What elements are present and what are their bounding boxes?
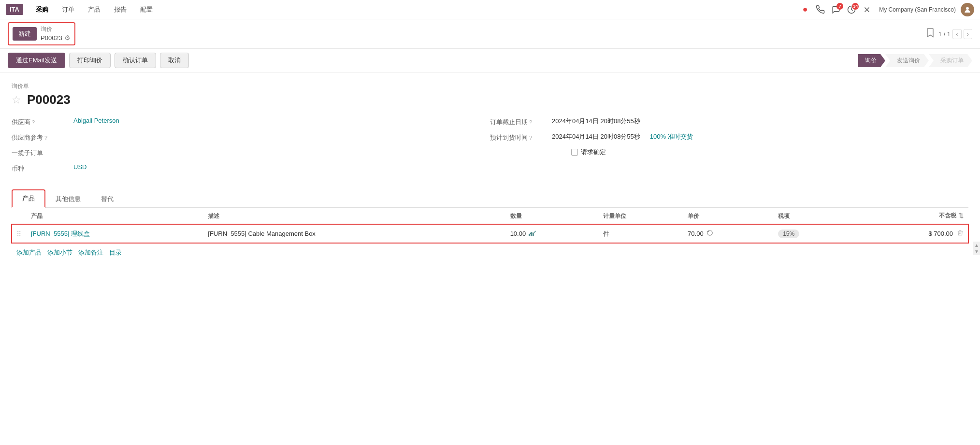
- breadcrumb-box: 新建 询价 P00023 ⚙: [8, 22, 75, 45]
- notification-dot-icon[interactable]: ●: [800, 4, 810, 15]
- cancel-button[interactable]: 取消: [160, 53, 189, 68]
- product-table: 产品 描述 数量 计量单位 单价 税项 不含税 ⇅ ⠿ [FURN_5555] …: [12, 208, 968, 244]
- settings-icon[interactable]: [862, 4, 872, 15]
- tax-badge[interactable]: 15%: [778, 230, 799, 238]
- phone-icon[interactable]: [815, 4, 826, 15]
- doc-title-row: ☆ P00023: [12, 92, 968, 107]
- toolbar-row: 新建 询价 P00023 ⚙ 1 / 1 ‹ ›: [0, 19, 980, 49]
- section-label: 询价单: [12, 82, 968, 90]
- add-note-link[interactable]: 添加备注: [78, 248, 103, 257]
- sort-icon[interactable]: ⇅: [958, 212, 964, 219]
- blanket-label: 一揽子订单: [12, 148, 70, 158]
- svg-point-3: [966, 7, 968, 9]
- supplier-ref-help-icon[interactable]: ?: [44, 135, 47, 141]
- deadline-help-icon[interactable]: ?: [529, 119, 532, 125]
- confirm-request-checkbox-row: 请求确定: [571, 148, 606, 157]
- deadline-value[interactable]: 2024年04月14日 20时08分55秒: [552, 117, 640, 126]
- drag-handle-icon[interactable]: ⠿: [16, 230, 21, 238]
- th-unit-price: 单价: [683, 208, 773, 224]
- supplier-ref-label: 供应商参考 ?: [12, 132, 70, 142]
- status-step-rfq[interactable]: 询价: [858, 54, 885, 67]
- nav-item-product[interactable]: 产品: [81, 0, 107, 19]
- new-button[interactable]: 新建: [13, 27, 37, 41]
- table-row: ⠿ [FURN_5555] 理线盒 [FURN_5555] Cable Mana…: [12, 224, 968, 243]
- th-product: 产品: [26, 208, 203, 224]
- unit-price-value[interactable]: 70.00: [688, 230, 704, 237]
- nav-item-order[interactable]: 订单: [55, 0, 81, 19]
- user-avatar[interactable]: [961, 3, 974, 16]
- deadline-row: 订单截止日期 ? 2024年04月14日 20时08分55秒: [490, 117, 949, 127]
- status-step-rfq-sent[interactable]: 发送询价: [885, 54, 929, 67]
- product-cell: [FURN_5555] 理线盒: [26, 224, 203, 243]
- supplier-help-icon[interactable]: ?: [32, 119, 35, 125]
- forecast-chart-icon[interactable]: [529, 230, 536, 238]
- nav-item-config[interactable]: 配置: [133, 0, 159, 19]
- product-link[interactable]: [FURN_5555] 理线盒: [31, 230, 90, 237]
- prev-page-button[interactable]: ‹: [952, 29, 961, 39]
- next-page-button[interactable]: ›: [964, 29, 972, 39]
- arrival-label: 预计到货时间 ?: [490, 132, 548, 142]
- supplier-value[interactable]: Abigail Peterson: [73, 117, 119, 124]
- app-logo[interactable]: iTA: [6, 4, 23, 15]
- timer-icon[interactable]: 34: [846, 4, 857, 15]
- uom-cell[interactable]: 件: [598, 224, 683, 243]
- arrival-value[interactable]: 2024年04月14日 20时08分55秒: [552, 132, 640, 141]
- on-time-value[interactable]: 100% 准时交货: [650, 132, 693, 141]
- delete-row-icon[interactable]: [957, 230, 964, 238]
- th-tax: 税项: [773, 208, 853, 224]
- supplier-label: 供应商 ?: [12, 117, 70, 127]
- gear-icon[interactable]: ⚙: [64, 33, 71, 43]
- add-product-link[interactable]: 添加产品: [16, 248, 42, 257]
- favorite-star-icon[interactable]: ☆: [12, 94, 21, 106]
- tabs-row: 产品 其他信息 替代: [12, 188, 968, 208]
- breadcrumb-id: P00023 ⚙: [41, 33, 71, 43]
- confirm-request-checkbox[interactable]: [571, 149, 578, 156]
- tab-other-info[interactable]: 其他信息: [45, 190, 91, 207]
- company-name[interactable]: My Company (San Francisco): [879, 6, 956, 13]
- qty-cell: 10.00: [505, 224, 598, 243]
- arrival-help-icon[interactable]: ?: [529, 135, 532, 141]
- th-drag: [12, 208, 26, 224]
- breadcrumb: 询价 P00023 ⚙: [41, 25, 71, 43]
- supplier-row: 供应商 ? Abigail Peterson: [12, 117, 471, 127]
- tab-products[interactable]: 产品: [12, 189, 45, 208]
- reset-price-icon[interactable]: [706, 230, 713, 238]
- th-uom: 计量单位: [598, 208, 683, 224]
- drag-handle-cell: ⠿: [12, 224, 26, 243]
- status-step-po[interactable]: 采购订单: [929, 54, 972, 67]
- bookmark-icon[interactable]: [926, 28, 935, 41]
- send-email-button[interactable]: 通过EMail发送: [8, 53, 65, 68]
- form-right-section: 订单截止日期 ? 2024年04月14日 20时08分55秒 预计到货时间 ? …: [490, 117, 968, 179]
- supplier-ref-row: 供应商参考 ?: [12, 132, 471, 142]
- page-navigation: 1 / 1 ‹ ›: [938, 29, 972, 39]
- scroll-up-arrow[interactable]: ▲: [974, 243, 979, 248]
- currency-label: 币种: [12, 163, 70, 173]
- nav-item-purchase[interactable]: 采购: [29, 0, 55, 19]
- confirm-request-label: [490, 148, 567, 149]
- currency-value[interactable]: USD: [73, 163, 86, 171]
- nav-item-report[interactable]: 报告: [107, 0, 133, 19]
- topnav-right: ● 7 34 My Company (San Francisco): [800, 3, 974, 16]
- subtotal-value: $ 700.00: [928, 230, 953, 237]
- add-section-link[interactable]: 添加小节: [47, 248, 72, 257]
- confirm-request-row: 请求确定: [490, 148, 949, 157]
- tax-cell: 15%: [773, 224, 853, 243]
- unit-price-cell: 70.00: [683, 224, 773, 243]
- th-qty: 数量: [505, 208, 598, 224]
- breadcrumb-parent-label[interactable]: 询价: [41, 25, 71, 33]
- catalog-link[interactable]: 目录: [109, 248, 122, 257]
- deadline-label: 订单截止日期 ?: [490, 117, 548, 127]
- qty-value[interactable]: 10.00: [510, 230, 526, 237]
- description-cell[interactable]: [FURN_5555] Cable Management Box: [203, 224, 505, 243]
- confirm-request-text: 请求确定: [581, 148, 606, 157]
- arrival-row: 预计到货时间 ? 2024年04月14日 20时08分55秒 100% 准时交货: [490, 132, 949, 142]
- scroll-down-arrow[interactable]: ▼: [974, 249, 979, 254]
- chat-icon[interactable]: 7: [831, 4, 841, 15]
- blanket-row: 一揽子订单: [12, 148, 471, 158]
- table-header-row: 产品 描述 数量 计量单位 单价 税项 不含税 ⇅: [12, 208, 968, 224]
- scrollbar[interactable]: ▲ ▼: [973, 242, 980, 255]
- tab-alternatives[interactable]: 替代: [91, 190, 124, 207]
- svg-rect-5: [531, 233, 532, 236]
- print-button[interactable]: 打印询价: [69, 53, 111, 68]
- confirm-order-button[interactable]: 确认订单: [115, 53, 156, 68]
